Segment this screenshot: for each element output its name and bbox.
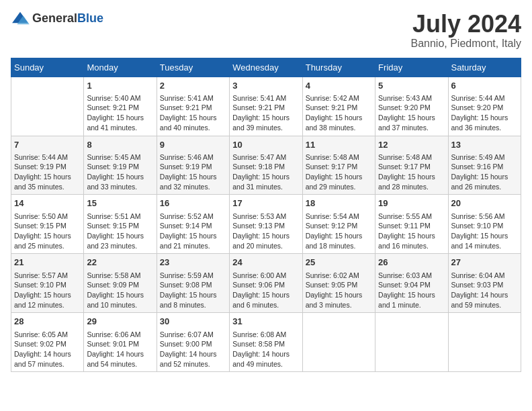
calendar-cell: 28Sunrise: 6:05 AM Sunset: 9:02 PM Dayli… (11, 313, 84, 372)
day-info: Sunrise: 5:51 AM Sunset: 9:15 PM Dayligh… (87, 212, 153, 251)
calendar-cell: 14Sunrise: 5:50 AM Sunset: 9:15 PM Dayli… (11, 195, 84, 254)
day-number: 16 (160, 197, 226, 210)
calendar-cell (302, 313, 375, 372)
column-header-thursday: Thursday (302, 58, 375, 77)
day-number: 23 (160, 257, 226, 269)
page-header: GeneralBlue July 2024 Bannio, Piedmont, … (11, 11, 521, 50)
calendar-cell: 23Sunrise: 5:59 AM Sunset: 9:08 PM Dayli… (157, 254, 229, 313)
logo: GeneralBlue (11, 11, 103, 26)
calendar-cell (375, 313, 448, 372)
calendar-cell: 6Sunrise: 5:44 AM Sunset: 9:20 PM Daylig… (448, 77, 521, 136)
day-number: 18 (306, 197, 372, 210)
column-header-monday: Monday (84, 58, 157, 77)
day-number: 11 (306, 139, 372, 151)
calendar-cell: 27Sunrise: 6:04 AM Sunset: 9:03 PM Dayli… (448, 254, 521, 313)
logo-blue: Blue (77, 11, 103, 25)
day-info: Sunrise: 5:55 AM Sunset: 9:11 PM Dayligh… (378, 212, 445, 251)
day-number: 10 (232, 139, 299, 151)
day-info: Sunrise: 5:56 AM Sunset: 9:10 PM Dayligh… (451, 212, 518, 251)
column-header-tuesday: Tuesday (157, 58, 229, 77)
calendar-week-row: 28Sunrise: 6:05 AM Sunset: 9:02 PM Dayli… (11, 313, 521, 372)
calendar-cell: 25Sunrise: 6:02 AM Sunset: 9:05 PM Dayli… (302, 254, 375, 313)
day-info: Sunrise: 5:53 AM Sunset: 9:13 PM Dayligh… (232, 212, 299, 251)
day-info: Sunrise: 5:48 AM Sunset: 9:17 PM Dayligh… (306, 152, 372, 192)
calendar-cell: 3Sunrise: 5:41 AM Sunset: 9:21 PM Daylig… (230, 77, 302, 136)
day-number: 5 (378, 80, 445, 92)
day-number: 19 (378, 197, 445, 210)
day-number: 20 (451, 197, 518, 210)
calendar-cell: 26Sunrise: 6:03 AM Sunset: 9:04 PM Dayli… (375, 254, 448, 313)
calendar-week-row: 21Sunrise: 5:57 AM Sunset: 9:10 PM Dayli… (11, 254, 521, 313)
day-number: 9 (160, 139, 226, 151)
day-number: 14 (14, 197, 81, 210)
calendar-cell: 19Sunrise: 5:55 AM Sunset: 9:11 PM Dayli… (375, 195, 448, 254)
calendar-cell: 2Sunrise: 5:41 AM Sunset: 9:21 PM Daylig… (157, 77, 229, 136)
calendar-cell: 31Sunrise: 6:08 AM Sunset: 8:58 PM Dayli… (230, 313, 302, 372)
calendar-cell: 5Sunrise: 5:43 AM Sunset: 9:20 PM Daylig… (375, 77, 448, 136)
day-info: Sunrise: 6:02 AM Sunset: 9:05 PM Dayligh… (306, 271, 372, 310)
calendar-cell: 1Sunrise: 5:40 AM Sunset: 9:21 PM Daylig… (84, 77, 157, 136)
day-number: 3 (232, 80, 299, 92)
day-info: Sunrise: 5:54 AM Sunset: 9:12 PM Dayligh… (306, 212, 372, 251)
day-info: Sunrise: 5:47 AM Sunset: 9:18 PM Dayligh… (232, 152, 299, 192)
calendar-cell: 8Sunrise: 5:45 AM Sunset: 9:19 PM Daylig… (84, 136, 157, 195)
day-number: 29 (87, 316, 153, 328)
day-info: Sunrise: 5:40 AM Sunset: 9:21 PM Dayligh… (87, 93, 153, 133)
day-number: 7 (14, 139, 81, 151)
subtitle: Bannio, Piedmont, Italy (410, 38, 521, 50)
day-number: 13 (451, 139, 518, 151)
day-info: Sunrise: 5:50 AM Sunset: 9:15 PM Dayligh… (14, 212, 81, 251)
day-info: Sunrise: 6:03 AM Sunset: 9:04 PM Dayligh… (378, 271, 445, 310)
column-header-wednesday: Wednesday (230, 58, 302, 77)
calendar-week-row: 14Sunrise: 5:50 AM Sunset: 9:15 PM Dayli… (11, 195, 521, 254)
day-info: Sunrise: 6:08 AM Sunset: 8:58 PM Dayligh… (232, 330, 299, 369)
day-info: Sunrise: 5:46 AM Sunset: 9:19 PM Dayligh… (160, 152, 226, 192)
day-number: 30 (160, 316, 226, 328)
logo-text: GeneralBlue (32, 11, 103, 26)
calendar-header-row: SundayMondayTuesdayWednesdayThursdayFrid… (11, 58, 521, 77)
calendar-cell: 15Sunrise: 5:51 AM Sunset: 9:15 PM Dayli… (84, 195, 157, 254)
day-info: Sunrise: 5:44 AM Sunset: 9:20 PM Dayligh… (451, 93, 518, 133)
day-info: Sunrise: 6:04 AM Sunset: 9:03 PM Dayligh… (451, 271, 518, 310)
day-info: Sunrise: 5:48 AM Sunset: 9:17 PM Dayligh… (378, 152, 445, 192)
day-info: Sunrise: 5:44 AM Sunset: 9:19 PM Dayligh… (14, 152, 81, 192)
calendar-cell: 9Sunrise: 5:46 AM Sunset: 9:19 PM Daylig… (157, 136, 229, 195)
day-number: 2 (160, 80, 226, 92)
day-number: 31 (232, 316, 299, 328)
main-title: July 2024 (410, 11, 521, 38)
day-info: Sunrise: 6:06 AM Sunset: 9:01 PM Dayligh… (87, 330, 153, 369)
day-number: 17 (232, 197, 299, 210)
day-number: 27 (451, 257, 518, 269)
column-header-sunday: Sunday (11, 58, 84, 77)
column-header-friday: Friday (375, 58, 448, 77)
logo-icon (11, 11, 30, 26)
day-info: Sunrise: 6:00 AM Sunset: 9:06 PM Dayligh… (232, 271, 299, 310)
calendar-week-row: 7Sunrise: 5:44 AM Sunset: 9:19 PM Daylig… (11, 136, 521, 195)
day-info: Sunrise: 5:58 AM Sunset: 9:09 PM Dayligh… (87, 271, 153, 310)
day-number: 12 (378, 139, 445, 151)
day-info: Sunrise: 5:41 AM Sunset: 9:21 PM Dayligh… (232, 93, 299, 133)
day-number: 24 (232, 257, 299, 269)
title-block: July 2024 Bannio, Piedmont, Italy (410, 11, 521, 50)
calendar-cell: 4Sunrise: 5:42 AM Sunset: 9:21 PM Daylig… (302, 77, 375, 136)
day-number: 21 (14, 257, 81, 269)
day-number: 8 (87, 139, 153, 151)
calendar-cell (448, 313, 521, 372)
calendar-cell (11, 77, 84, 136)
day-info: Sunrise: 5:41 AM Sunset: 9:21 PM Dayligh… (160, 93, 226, 133)
day-number: 25 (306, 257, 372, 269)
day-number: 28 (14, 316, 81, 328)
calendar-cell: 17Sunrise: 5:53 AM Sunset: 9:13 PM Dayli… (230, 195, 302, 254)
calendar-cell: 20Sunrise: 5:56 AM Sunset: 9:10 PM Dayli… (448, 195, 521, 254)
day-info: Sunrise: 5:52 AM Sunset: 9:14 PM Dayligh… (160, 212, 226, 251)
day-number: 6 (451, 80, 518, 92)
calendar-table: SundayMondayTuesdayWednesdayThursdayFrid… (11, 58, 521, 373)
calendar-cell: 24Sunrise: 6:00 AM Sunset: 9:06 PM Dayli… (230, 254, 302, 313)
day-info: Sunrise: 6:05 AM Sunset: 9:02 PM Dayligh… (14, 330, 81, 369)
calendar-cell: 18Sunrise: 5:54 AM Sunset: 9:12 PM Dayli… (302, 195, 375, 254)
day-number: 4 (306, 80, 372, 92)
day-info: Sunrise: 5:59 AM Sunset: 9:08 PM Dayligh… (160, 271, 226, 310)
calendar-cell: 7Sunrise: 5:44 AM Sunset: 9:19 PM Daylig… (11, 136, 84, 195)
column-header-saturday: Saturday (448, 58, 521, 77)
day-info: Sunrise: 5:45 AM Sunset: 9:19 PM Dayligh… (87, 152, 153, 192)
